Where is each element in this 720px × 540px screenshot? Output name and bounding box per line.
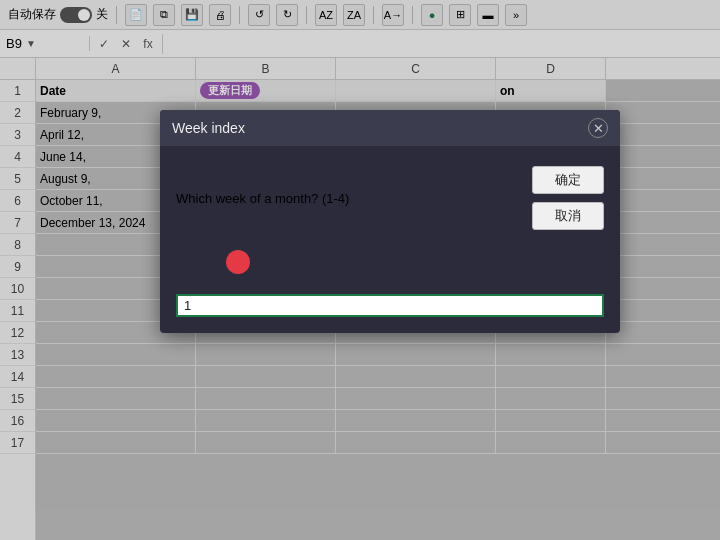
dialog-title-bar: Week index ✕: [160, 110, 620, 146]
dialog-overlay: Week index ✕ Which week of a month? (1-4…: [0, 0, 720, 540]
week-number-input[interactable]: [176, 294, 604, 317]
dialog-cancel-button[interactable]: 取消: [532, 202, 604, 230]
dialog-confirm-button[interactable]: 确定: [532, 166, 604, 194]
week-index-dialog: Week index ✕ Which week of a month? (1-4…: [160, 110, 620, 333]
dialog-content-row: Which week of a month? (1-4) 确定 取消: [176, 166, 604, 230]
cursor-area: [176, 250, 604, 274]
dialog-input-row: [176, 294, 604, 317]
dialog-body: Which week of a month? (1-4) 确定 取消: [160, 146, 620, 333]
dialog-title: Week index: [172, 120, 245, 136]
dialog-close-button[interactable]: ✕: [588, 118, 608, 138]
cursor-icon: [226, 250, 250, 274]
dialog-question-text: Which week of a month? (1-4): [176, 191, 349, 206]
dialog-action-buttons: 确定 取消: [532, 166, 604, 230]
